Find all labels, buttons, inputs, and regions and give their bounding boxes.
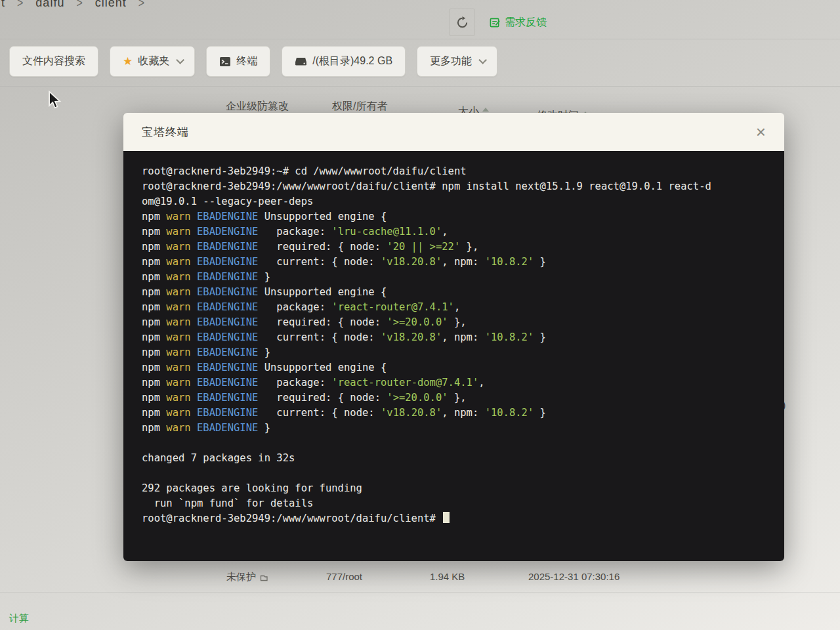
- protection-label: 未保护: [226, 571, 256, 583]
- mouse-cursor-icon: [46, 91, 63, 110]
- file-row-mtime: 2025-12-31 07:30:16: [528, 571, 620, 582]
- chevron-down-icon: [177, 56, 185, 64]
- column-header-tamperproof[interactable]: 企业级防篡改: [226, 100, 289, 114]
- button-label: 文件内容搜索: [22, 54, 85, 68]
- breadcrumb-separator-icon: >: [17, 0, 24, 10]
- breadcrumb-separator-icon: >: [138, 0, 145, 10]
- more-functions-button[interactable]: 更多功能: [417, 46, 497, 77]
- disk-root-button[interactable]: /(根目录)49.2 GB: [282, 46, 406, 77]
- breadcrumb-item-client[interactable]: client: [95, 0, 127, 10]
- close-icon[interactable]: ×: [756, 123, 766, 140]
- file-row-owner: 777/root: [326, 571, 362, 582]
- disk-icon: [295, 56, 307, 66]
- refresh-button[interactable]: [449, 9, 475, 36]
- divider: [0, 592, 840, 593]
- owner-value: 777/root: [326, 571, 362, 582]
- button-label: 更多功能: [430, 54, 472, 68]
- mtime-value: 2025-12-31 07:30:16: [528, 571, 620, 582]
- feedback-link[interactable]: 需求反馈: [490, 16, 547, 30]
- modal-title: 宝塔终端: [142, 125, 189, 140]
- column-label: 企业级防篡改: [226, 100, 289, 114]
- column-label: 权限/所有者: [332, 100, 387, 114]
- terminal-button[interactable]: 终端: [206, 46, 270, 77]
- breadcrumb-item[interactable]: t: [1, 0, 5, 10]
- divider: [0, 86, 840, 87]
- terminal-icon: [219, 56, 231, 67]
- calculate-link[interactable]: 计算: [9, 612, 29, 625]
- button-label: 收藏夹: [138, 54, 169, 68]
- file-row-size: 1.94 KB: [430, 571, 465, 582]
- breadcrumb: t > daifu > client >: [1, 0, 145, 10]
- star-icon: ★: [123, 54, 133, 68]
- file-content-search-button[interactable]: 文件内容搜索: [9, 46, 98, 77]
- feedback-form-icon: [490, 17, 501, 28]
- feedback-label: 需求反馈: [505, 16, 547, 30]
- button-label: 终端: [236, 54, 257, 68]
- breadcrumb-separator-icon: >: [76, 0, 83, 10]
- terminal-output[interactable]: root@racknerd-3eb2949:~# cd /www/wwwroot…: [123, 151, 784, 561]
- breadcrumb-item-daifu[interactable]: daifu: [35, 0, 64, 10]
- chevron-down-icon: [478, 56, 487, 64]
- terminal-modal-header[interactable]: 宝塔终端 ×: [123, 113, 784, 151]
- size-value: 1.94 KB: [430, 571, 465, 582]
- favorites-button[interactable]: ★ 收藏夹: [110, 46, 195, 77]
- toolbar: 文件内容搜索 ★ 收藏夹 终端 /(根目录)49.2 GB 更多功能: [9, 46, 497, 77]
- refresh-icon: [456, 16, 469, 29]
- file-row-protection[interactable]: 未保护: [226, 571, 268, 583]
- terminal-modal: 宝塔终端 × root@racknerd-3eb2949:~# cd /www/…: [123, 113, 784, 561]
- unprotected-icon: [259, 573, 268, 582]
- column-header-permissions[interactable]: 权限/所有者: [332, 100, 387, 114]
- button-label: /(根目录)49.2 GB: [312, 54, 392, 68]
- divider: [0, 39, 840, 39]
- topbar-right: 需求反馈: [449, 9, 547, 36]
